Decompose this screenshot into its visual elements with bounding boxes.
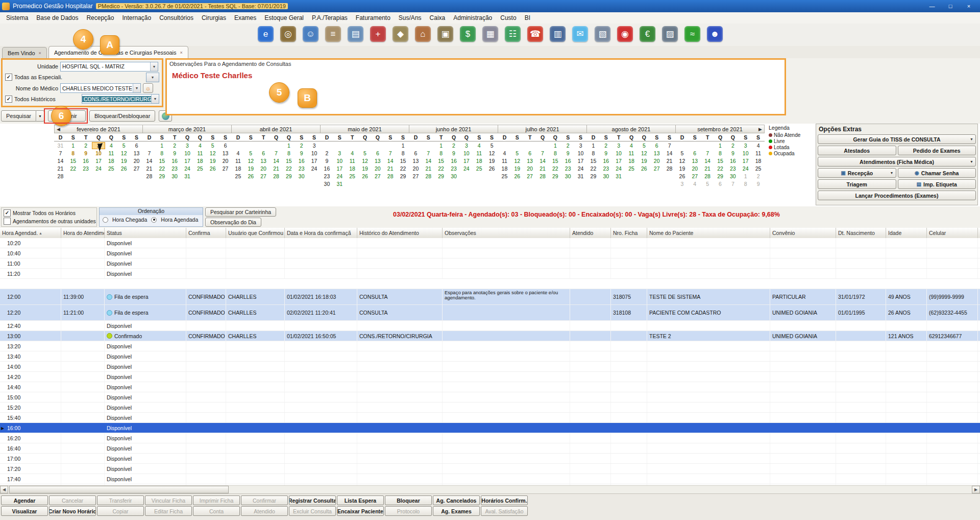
menu-exames[interactable]: Exames: [230, 13, 260, 23]
calendar-day[interactable]: 5: [244, 150, 257, 156]
calendar-day[interactable]: 10: [308, 150, 321, 156]
tab-close-icon[interactable]: ×: [180, 50, 183, 55]
calendar-day[interactable]: 11: [346, 158, 359, 164]
column-header-historico-do-atendimento[interactable]: Histórico do Atendimento: [357, 228, 443, 238]
footer-button-criar-novo-horario[interactable]: Criar Novo Horário: [49, 506, 96, 516]
calendar-day[interactable]: 24: [333, 173, 346, 179]
calendar-day[interactable]: 4: [232, 150, 244, 156]
calendar-day[interactable]: 4: [193, 143, 206, 149]
calendar-day[interactable]: 26: [359, 173, 372, 179]
historico-select[interactable]: CONS./RETORNO/CIRURGIA ▼: [82, 94, 159, 104]
calendar-day[interactable]: 14: [384, 158, 397, 164]
calendar-day[interactable]: 17: [612, 158, 625, 164]
calendar-day[interactable]: 8: [739, 181, 752, 187]
calendar-day[interactable]: 2: [80, 143, 92, 149]
calendar-day[interactable]: 30: [561, 173, 574, 179]
calendar-day[interactable]: 26: [638, 166, 650, 172]
calendar-day[interactable]: 4: [752, 143, 765, 149]
column-header-convenio[interactable]: Convênio: [770, 228, 836, 238]
calendar-day[interactable]: 12: [511, 158, 524, 164]
calendar-day[interactable]: 16: [80, 158, 92, 164]
calendar-day[interactable]: 14: [54, 158, 67, 164]
menu-consultorios[interactable]: Consultórios: [155, 13, 198, 23]
calendar-day[interactable]: 3: [739, 143, 752, 149]
calendar-day[interactable]: 28: [384, 173, 397, 179]
menu-base-de-dados[interactable]: Base de Dados: [32, 13, 82, 23]
calendar-day[interactable]: 5: [511, 150, 524, 156]
pesquisar-dropdown-icon[interactable]: ▼: [36, 110, 44, 122]
maximize-button[interactable]: □: [941, 0, 960, 12]
calendar-day[interactable]: 16: [295, 158, 308, 164]
calendar-day[interactable]: 7: [143, 150, 156, 156]
month-next-icon[interactable]: ▶: [758, 127, 762, 132]
calendar-day[interactable]: 3: [612, 143, 625, 149]
calendar-day[interactable]: 16: [726, 158, 739, 164]
invoice-icon[interactable]: ▧: [595, 26, 610, 42]
column-header-status[interactable]: Status: [105, 228, 186, 238]
calendar-day[interactable]: 25: [193, 166, 206, 172]
historico-dropdown-icon[interactable]: ▼: [151, 94, 159, 103]
schedule-row[interactable]: 12:0011:39:00Fila de esperaCONFIRMADOCHA…: [0, 289, 980, 305]
close-button[interactable]: ×: [960, 0, 978, 12]
calendar-day[interactable]: 25: [232, 173, 244, 179]
calendar-day[interactable]: 1: [67, 143, 80, 149]
calendar-day[interactable]: 22: [156, 166, 168, 172]
calendar-day[interactable]: 9: [600, 150, 612, 156]
calendar-day[interactable]: 21: [384, 166, 397, 172]
calendar-day[interactable]: 5: [701, 181, 714, 187]
calendar-day[interactable]: 7: [663, 143, 676, 149]
calendar-day[interactable]: 30: [448, 173, 460, 179]
calendar-day[interactable]: 27: [219, 166, 232, 172]
calendar-day[interactable]: 24: [460, 166, 473, 172]
schedule-row[interactable]: 16:40Disponível: [0, 443, 980, 454]
menu-custo[interactable]: Custo: [496, 13, 520, 23]
calendar-day[interactable]: 9: [80, 150, 92, 156]
column-header-confirma[interactable]: Confirma: [186, 228, 226, 238]
calendar-day[interactable]: 19: [359, 166, 372, 172]
calendar-day[interactable]: 18: [752, 158, 765, 164]
calendar-day[interactable]: 13: [257, 158, 270, 164]
menu-caixa[interactable]: Caixa: [426, 13, 450, 23]
calendar-day[interactable]: 15: [156, 158, 168, 164]
schedule-row[interactable]: [0, 279, 980, 289]
calendar-day[interactable]: 6: [130, 143, 143, 149]
menu-bi[interactable]: BI: [521, 13, 534, 23]
calendar-day[interactable]: 11: [473, 150, 485, 156]
phone-icon[interactable]: ☎: [527, 26, 543, 42]
calendar-day[interactable]: 20: [130, 158, 143, 164]
calendar-day[interactable]: 28: [536, 173, 549, 179]
calendar-day[interactable]: 2: [295, 143, 308, 149]
calendar-day[interactable]: 6: [371, 150, 384, 156]
chat-icon[interactable]: ✉: [572, 26, 588, 42]
calendar-day[interactable]: 25: [752, 166, 765, 172]
footer-button-agendar[interactable]: Agendar: [1, 495, 48, 505]
calendar-day[interactable]: 8: [397, 150, 409, 156]
calendar-day[interactable]: 13: [650, 150, 663, 156]
calendar-day[interactable]: 27: [130, 166, 143, 172]
calendar-day[interactable]: 27: [689, 173, 701, 179]
calendar-day[interactable]: 2: [726, 143, 739, 149]
calendar-day[interactable]: 10: [333, 158, 346, 164]
stock-icon[interactable]: ▣: [437, 26, 453, 42]
calendar-day[interactable]: 29: [549, 173, 561, 179]
calendar-day[interactable]: 24: [92, 166, 105, 172]
calendar-day[interactable]: 12: [638, 150, 650, 156]
calendar-day[interactable]: 15: [549, 158, 561, 164]
calendar-day[interactable]: 29: [435, 173, 448, 179]
calendar-day[interactable]: 9: [448, 150, 460, 156]
calendar-day[interactable]: 30: [600, 173, 612, 179]
calendar-day[interactable]: 19: [117, 158, 130, 164]
calendar-day[interactable]: 17: [460, 158, 473, 164]
calendar-day[interactable]: 15: [587, 158, 600, 164]
calendar-day[interactable]: 6: [714, 181, 727, 187]
calendar-day[interactable]: 11: [193, 150, 206, 156]
calendar-day[interactable]: 3: [676, 181, 689, 187]
calendar-day[interactable]: 4: [105, 143, 117, 149]
calendar-day[interactable]: 26: [511, 173, 524, 179]
calendar-day[interactable]: 16: [321, 166, 333, 172]
calendar-day[interactable]: 19: [206, 158, 219, 164]
calendar-day[interactable]: 2: [321, 150, 333, 156]
schedule-row[interactable]: 11:20Disponível: [0, 269, 980, 279]
pesquisar-carteirinha-button[interactable]: Pesquisar por Carteirinha: [205, 207, 276, 217]
calendar-day[interactable]: 13: [524, 158, 536, 164]
